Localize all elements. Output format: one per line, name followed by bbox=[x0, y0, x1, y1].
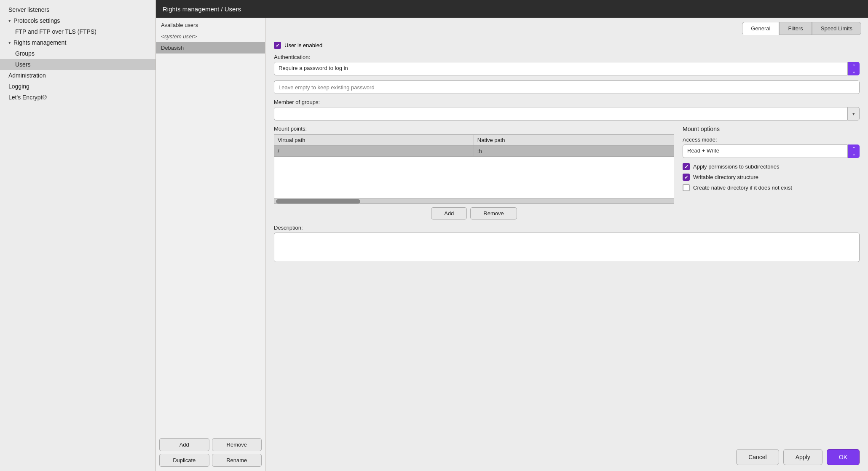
create-native-checkbox[interactable] bbox=[683, 184, 690, 191]
users-panel-buttons: Add Remove Duplicate Rename bbox=[156, 434, 265, 471]
ok-button[interactable]: OK bbox=[827, 449, 860, 465]
logging-label: Logging bbox=[8, 83, 29, 90]
rename-user-button[interactable]: Rename bbox=[212, 454, 262, 467]
ftp-label: FTP and FTP over TLS (FTPS) bbox=[15, 28, 96, 35]
administration-label: Administration bbox=[8, 72, 46, 79]
mount-virtual-0: / bbox=[274, 146, 474, 157]
mount-empty-row bbox=[274, 157, 674, 199]
mount-options-title: Mount options bbox=[683, 126, 860, 132]
tab-general[interactable]: General bbox=[742, 22, 779, 35]
letsencrypt-label: Let's Encrypt® bbox=[8, 94, 47, 101]
password-input[interactable] bbox=[274, 80, 860, 94]
groups-label: Member of groups: bbox=[274, 99, 860, 105]
page-title: Rights management / Users bbox=[163, 5, 241, 13]
groups-input[interactable] bbox=[274, 107, 848, 120]
mount-points-label: Mount points: bbox=[274, 126, 674, 132]
authentication-label: Authentication: bbox=[274, 54, 860, 60]
sidebar-item-administration[interactable]: Administration bbox=[0, 70, 155, 81]
sidebar-item-server-listeners[interactable]: Server listeners bbox=[0, 4, 155, 15]
user-enabled-label: User is enabled bbox=[284, 42, 322, 48]
groups-dropdown-button[interactable]: ▾ bbox=[848, 107, 860, 120]
sidebar-item-protocols-settings[interactable]: ▾ Protocols settings bbox=[0, 15, 155, 26]
server-listeners-label: Server listeners bbox=[8, 6, 49, 13]
users-list: <system user> Debasish bbox=[156, 31, 265, 434]
mount-table-area: Mount points: Virtual path Native path bbox=[274, 126, 674, 219]
chevron-down-icon: ▾ bbox=[8, 18, 11, 24]
sidebar-item-letsencrypt[interactable]: Let's Encrypt® bbox=[0, 92, 155, 103]
system-user-label: <system user> bbox=[161, 33, 197, 40]
content-split: Available users <system user> Debasish A… bbox=[156, 18, 868, 471]
sidebar: Server listeners ▾ Protocols settings FT… bbox=[0, 0, 156, 471]
authentication-select[interactable]: Require a password to log in bbox=[274, 62, 848, 75]
authentication-select-row: Require a password to log in bbox=[274, 62, 860, 75]
bottom-bar: Cancel Apply OK bbox=[265, 443, 868, 471]
mount-table: Virtual path Native path / :h bbox=[274, 134, 674, 199]
user-item-system[interactable]: <system user> bbox=[156, 31, 265, 42]
user-item-debasish[interactable]: Debasish bbox=[156, 42, 265, 54]
mount-add-button[interactable]: Add bbox=[431, 207, 467, 219]
authentication-section: Authentication: Require a password to lo… bbox=[274, 54, 860, 75]
writable-directory-checkbox[interactable] bbox=[683, 174, 690, 181]
main-content: Rights management / Users Available user… bbox=[156, 0, 868, 471]
cancel-button[interactable]: Cancel bbox=[736, 449, 779, 465]
authentication-value: Require a password to log in bbox=[279, 65, 348, 71]
remove-user-button[interactable]: Remove bbox=[212, 438, 262, 451]
mount-scrollbar-thumb bbox=[276, 199, 360, 203]
add-user-button[interactable]: Add bbox=[159, 438, 209, 451]
access-mode-spinner[interactable] bbox=[848, 145, 860, 158]
access-mode-row: Read + Write bbox=[683, 145, 860, 158]
apply-permissions-label: Apply permissions to subdirectories bbox=[693, 163, 779, 170]
sidebar-item-rights-management[interactable]: ▾ Rights management bbox=[0, 37, 155, 48]
writable-directory-label: Writable directory structure bbox=[693, 174, 758, 180]
groups-row: ▾ bbox=[274, 107, 860, 120]
checkbox-row-1: Writable directory structure bbox=[683, 174, 860, 181]
tab-filters[interactable]: Filters bbox=[779, 22, 812, 35]
rights-management-label: Rights management bbox=[13, 39, 66, 46]
password-section bbox=[274, 80, 860, 94]
sidebar-item-ftp[interactable]: FTP and FTP over TLS (FTPS) bbox=[0, 26, 155, 37]
user-enabled-checkbox[interactable] bbox=[274, 42, 281, 49]
mount-row-0[interactable]: / :h bbox=[274, 146, 674, 157]
checkbox-row-2: Create native directory if it does not e… bbox=[683, 184, 860, 191]
access-mode-label: Access mode: bbox=[683, 136, 860, 143]
mount-buttons: Add Remove bbox=[274, 207, 674, 219]
col-virtual-path: Virtual path bbox=[274, 135, 474, 146]
description-textarea[interactable] bbox=[274, 233, 860, 262]
right-panel: General Filters Speed Limits User is ena… bbox=[265, 18, 868, 471]
groups-label: Groups bbox=[15, 50, 35, 57]
mount-empty-cell bbox=[274, 157, 674, 199]
apply-permissions-checkbox[interactable] bbox=[683, 163, 690, 170]
debasish-label: Debasish bbox=[161, 45, 184, 51]
tab-speed-limits[interactable]: Speed Limits bbox=[812, 22, 861, 35]
sidebar-item-logging[interactable]: Logging bbox=[0, 81, 155, 92]
duplicate-user-button[interactable]: Duplicate bbox=[159, 454, 209, 467]
col-native-path: Native path bbox=[474, 135, 674, 146]
mount-options-area: Mount options Access mode: Read + Write bbox=[683, 126, 860, 219]
chevron-down-icon-2: ▾ bbox=[8, 40, 11, 45]
mount-native-0: :h bbox=[474, 146, 674, 157]
mount-section: Mount points: Virtual path Native path bbox=[274, 126, 860, 219]
user-enabled-row: User is enabled bbox=[274, 42, 860, 49]
users-label: Users bbox=[15, 61, 31, 68]
authentication-spinner[interactable] bbox=[848, 62, 860, 75]
sidebar-item-users[interactable]: Users bbox=[0, 59, 155, 70]
groups-section: Member of groups: ▾ bbox=[274, 99, 860, 120]
access-mode-value: Read + Write bbox=[687, 147, 719, 154]
create-native-label: Create native directory if it does not e… bbox=[693, 185, 792, 191]
description-section: Description: bbox=[274, 225, 860, 263]
description-label: Description: bbox=[274, 225, 860, 231]
users-panel: Available users <system user> Debasish A… bbox=[156, 18, 265, 471]
mount-remove-button[interactable]: Remove bbox=[470, 207, 517, 219]
form-area: User is enabled Authentication: Require … bbox=[265, 35, 868, 443]
apply-button[interactable]: Apply bbox=[783, 449, 822, 465]
protocols-settings-label: Protocols settings bbox=[13, 17, 60, 24]
sidebar-item-groups[interactable]: Groups bbox=[0, 48, 155, 59]
mount-scrollbar[interactable] bbox=[274, 199, 674, 204]
available-users-header: Available users bbox=[156, 18, 265, 31]
access-mode-select[interactable]: Read + Write bbox=[683, 145, 848, 158]
tabs-bar: General Filters Speed Limits bbox=[265, 18, 868, 35]
checkbox-row-0: Apply permissions to subdirectories bbox=[683, 163, 860, 170]
title-bar: Rights management / Users bbox=[156, 0, 868, 18]
